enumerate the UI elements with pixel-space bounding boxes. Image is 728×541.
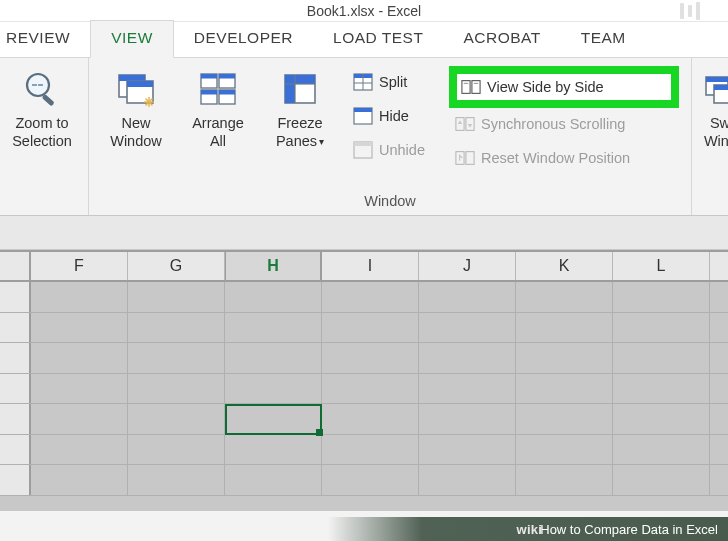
- fill-handle[interactable]: [316, 429, 323, 436]
- col-header-G[interactable]: G: [128, 252, 225, 280]
- new-window-label: New Window: [110, 114, 162, 150]
- split-icon: [353, 73, 373, 91]
- switch-windows-icon: [699, 68, 728, 110]
- group-zoom: Zoom to Selection: [0, 58, 89, 215]
- group-switch: Sw Winc: [692, 58, 728, 215]
- side-by-side-icon: [461, 78, 481, 96]
- title-bar: Book1.xlsx - Excel: [0, 0, 728, 22]
- footer-caption: wiki How to Compare Data in Excel: [0, 517, 728, 541]
- svg-rect-1: [42, 94, 55, 106]
- unhide-button: Unhide: [347, 134, 437, 166]
- reset-position-icon: [455, 149, 475, 167]
- formula-bar-area: [0, 216, 728, 250]
- tab-view[interactable]: VIEW: [90, 20, 174, 58]
- grid-row: [0, 313, 728, 344]
- view-side-by-side-highlight: View Side by Side: [449, 66, 679, 108]
- svg-rect-42: [466, 152, 474, 165]
- svg-rect-32: [354, 142, 372, 146]
- column-headers: F G H I J K L: [0, 250, 728, 282]
- grid-row: [0, 343, 728, 374]
- view-side-by-side-label: View Side by Side: [487, 79, 604, 95]
- svg-rect-33: [462, 81, 470, 94]
- zoom-to-selection-label: Zoom to Selection: [12, 114, 72, 150]
- tab-review[interactable]: REVIEW: [0, 21, 90, 57]
- col-header-H[interactable]: H: [225, 252, 322, 280]
- col-header-K[interactable]: K: [516, 252, 613, 280]
- grid-row: [0, 465, 728, 496]
- grid-row: [0, 404, 728, 435]
- svg-rect-13: [201, 74, 217, 79]
- zoom-to-selection-button[interactable]: Zoom to Selection: [4, 64, 80, 150]
- svg-rect-2: [32, 84, 37, 86]
- switch-windows-label: Sw Winc: [704, 114, 728, 150]
- group-window-label: Window: [89, 193, 691, 215]
- freeze-panes-label: Freeze Panes▾: [276, 114, 324, 150]
- group-window: New Window Arrange All: [89, 58, 692, 215]
- split-label: Split: [379, 74, 407, 90]
- col-header-J[interactable]: J: [419, 252, 516, 280]
- split-button[interactable]: Split: [347, 66, 437, 98]
- new-window-button[interactable]: New Window: [101, 64, 171, 150]
- arrange-all-button[interactable]: Arrange All: [183, 64, 253, 150]
- col-header-I[interactable]: I: [322, 252, 419, 280]
- svg-rect-30: [354, 108, 372, 112]
- tab-developer[interactable]: DEVELOPER: [174, 21, 313, 57]
- window-title: Book1.xlsx - Excel: [307, 3, 421, 19]
- sync-scroll-icon: [455, 115, 475, 133]
- reset-window-position-label: Reset Window Position: [481, 150, 630, 166]
- active-cell[interactable]: [225, 404, 322, 435]
- split-hide-stack: Split Hide Unhide: [347, 64, 437, 166]
- tab-team[interactable]: TEAM: [561, 21, 646, 57]
- arrange-all-label: Arrange All: [192, 114, 244, 150]
- dropdown-caret-icon: ▾: [319, 136, 324, 149]
- col-header-gutter[interactable]: [0, 252, 31, 280]
- reset-window-position-button: Reset Window Position: [449, 142, 679, 174]
- synchronous-scrolling-label: Synchronous Scrolling: [481, 116, 625, 132]
- synchronous-scrolling-button: Synchronous Scrolling: [449, 108, 679, 140]
- grid-row: [0, 374, 728, 405]
- col-header-F[interactable]: F: [31, 252, 128, 280]
- footer-text: How to Compare Data in Excel: [540, 522, 718, 537]
- svg-rect-44: [706, 77, 728, 82]
- hide-icon: [353, 107, 373, 125]
- col-header-L[interactable]: L: [613, 252, 710, 280]
- svg-rect-46: [714, 85, 728, 90]
- spreadsheet-grid[interactable]: F G H I J K L: [0, 250, 728, 511]
- group-zoom-label: [0, 193, 88, 215]
- svg-rect-7: [127, 81, 153, 87]
- svg-rect-5: [119, 75, 145, 81]
- freeze-panes-button[interactable]: Freeze Panes▾: [265, 64, 335, 150]
- unhide-icon: [353, 141, 373, 159]
- magnifier-icon: [21, 68, 63, 110]
- hide-label: Hide: [379, 108, 409, 124]
- arrange-all-icon: [197, 68, 239, 110]
- svg-rect-3: [38, 84, 43, 86]
- grid-row: [0, 435, 728, 466]
- svg-marker-39: [458, 120, 463, 124]
- svg-rect-22: [285, 75, 295, 103]
- unhide-label: Unhide: [379, 142, 425, 158]
- tab-acrobat[interactable]: ACROBAT: [443, 21, 560, 57]
- freeze-panes-icon: [279, 68, 321, 110]
- hide-button[interactable]: Hide: [347, 100, 437, 132]
- view-side-by-side-button[interactable]: View Side by Side: [457, 74, 671, 100]
- svg-rect-15: [219, 74, 235, 79]
- svg-rect-34: [472, 81, 480, 94]
- svg-rect-19: [219, 90, 235, 95]
- new-window-icon: [115, 68, 157, 110]
- switch-windows-button[interactable]: Sw Winc: [698, 64, 728, 150]
- ribbon: Zoom to Selection: [0, 58, 728, 216]
- ribbon-tabs: REVIEW VIEW DEVELOPER LOAD TEST ACROBAT …: [0, 22, 728, 58]
- grid-row: [0, 282, 728, 313]
- svg-rect-17: [201, 90, 217, 95]
- tab-load-test[interactable]: LOAD TEST: [313, 21, 443, 57]
- title-decor: [680, 0, 700, 22]
- svg-marker-40: [468, 124, 473, 128]
- compare-stack: View Side by Side Synchronous Scrolling: [449, 64, 679, 174]
- cells-area[interactable]: [0, 282, 728, 511]
- footer-brand: wiki: [516, 522, 542, 537]
